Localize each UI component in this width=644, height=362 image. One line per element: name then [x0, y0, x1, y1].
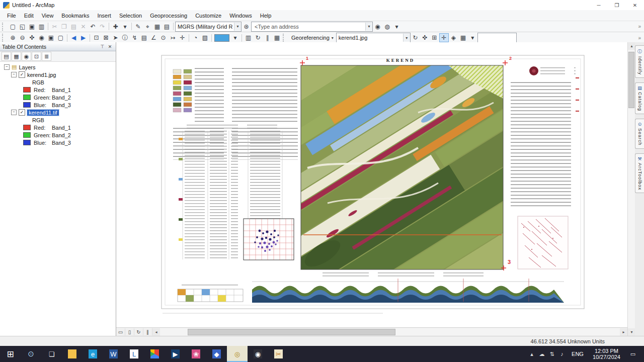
- attribute-table-icon[interactable]: ▦: [152, 22, 162, 31]
- pan-icon[interactable]: ✜: [27, 33, 37, 42]
- toc-close-icon[interactable]: ✕: [106, 44, 114, 49]
- pause-drawing-icon[interactable]: ∥: [263, 33, 272, 42]
- media-player-icon[interactable]: ▶: [165, 346, 186, 362]
- band-name[interactable]: Band_3: [52, 102, 71, 108]
- fixed-zoom-out-icon[interactable]: ▢: [56, 33, 65, 42]
- taskbar-search-icon[interactable]: ⊙: [21, 346, 41, 362]
- file-explorer-icon[interactable]: [62, 346, 83, 362]
- edge-icon[interactable]: e: [83, 346, 103, 362]
- restore-button[interactable]: ❐: [608, 0, 626, 10]
- georef-layer-dropdown-icon[interactable]: ▾: [403, 34, 410, 42]
- address-input[interactable]: [254, 23, 364, 30]
- back-extent-icon[interactable]: ◀: [69, 33, 78, 42]
- language-indicator[interactable]: ENG: [567, 351, 588, 357]
- find-route-icon[interactable]: ↣: [168, 33, 178, 42]
- georef-text-box[interactable]: [477, 33, 517, 43]
- taskbar-clock[interactable]: 12:03 PM 10/27/2024: [588, 348, 625, 360]
- undo-icon[interactable]: ↶: [88, 22, 98, 31]
- locate-address-icon[interactable]: ◉: [373, 22, 382, 31]
- menu-help[interactable]: Help: [256, 12, 276, 20]
- chrome-icon[interactable]: [144, 346, 165, 362]
- toc-pin-icon[interactable]: ⊤: [99, 44, 106, 49]
- address-dropdown-icon[interactable]: ▾: [365, 23, 372, 31]
- tab-arctoolbox[interactable]: ⚒ ArcToolbox: [635, 153, 644, 194]
- layout-toolbar-icon[interactable]: ▥: [244, 33, 253, 42]
- toolbar-overflow-icon[interactable]: »: [636, 24, 643, 29]
- menu-view[interactable]: View: [38, 12, 58, 20]
- shift-icon[interactable]: ✜: [420, 33, 430, 42]
- address-combo[interactable]: ▾: [251, 22, 373, 32]
- data-view-button[interactable]: ▭: [116, 328, 125, 335]
- measure-icon[interactable]: ∠: [149, 33, 158, 42]
- hscroll-left-icon[interactable]: ◂: [152, 328, 160, 336]
- layer-checkbox[interactable]: ✓: [19, 109, 25, 116]
- list-by-drawing-order-icon[interactable]: ▤: [2, 52, 11, 61]
- full-extent-icon[interactable]: ◉: [37, 33, 46, 42]
- paste-icon[interactable]: ▤: [69, 22, 78, 31]
- create-features-icon[interactable]: ▧: [200, 33, 210, 42]
- clear-selection-icon[interactable]: ⊠: [101, 33, 111, 42]
- mgrs-combo[interactable]: MGRS (Military Grid Refer ▾: [175, 22, 242, 32]
- menu-selection[interactable]: Selection: [115, 12, 146, 20]
- task-view-icon[interactable]: ❏: [41, 346, 62, 362]
- toc-options-icon[interactable]: ≣: [42, 52, 51, 61]
- snipping-tool-icon[interactable]: ✂: [268, 346, 289, 362]
- catalog-window-icon[interactable]: ▤: [162, 22, 172, 31]
- toolbar-grip[interactable]: [2, 34, 6, 42]
- line-icon[interactable]: L: [124, 346, 144, 362]
- view-link-table-icon[interactable]: ▦: [458, 33, 468, 42]
- layer-checkbox[interactable]: ✓: [19, 71, 25, 78]
- vertical-scrollbar[interactable]: ▴ ▾: [627, 42, 635, 336]
- mgrs-dropdown-icon[interactable]: ▾: [234, 23, 241, 31]
- hyperlink-icon[interactable]: ↯: [130, 33, 139, 42]
- zoom-out-icon[interactable]: ⊖: [18, 33, 27, 42]
- close-button[interactable]: ✕: [626, 0, 644, 10]
- list-by-source-icon[interactable]: ▦: [12, 52, 21, 61]
- word-icon[interactable]: W: [103, 346, 124, 362]
- tab-search[interactable]: ⊙ Search: [635, 119, 644, 149]
- georeferencing-menu-button[interactable]: Georeferencing ▾: [289, 35, 336, 41]
- add-data-icon[interactable]: ✚: [111, 22, 120, 31]
- redo-icon[interactable]: ↷: [98, 22, 107, 31]
- add-data-dropdown-icon[interactable]: ▾: [120, 22, 130, 31]
- identify-icon[interactable]: ⓘ: [120, 33, 130, 42]
- html-popup-icon[interactable]: ▤: [139, 33, 149, 42]
- editor-icon[interactable]: ✎: [133, 22, 143, 31]
- minimize-button[interactable]: ─: [590, 0, 608, 10]
- volume-icon[interactable]: ♪: [557, 351, 567, 357]
- menu-edit[interactable]: Edit: [20, 12, 38, 20]
- arcmap-taskbar-icon[interactable]: ◎: [227, 346, 248, 362]
- refresh-view-icon[interactable]: ↻: [253, 33, 263, 42]
- find-icon[interactable]: ⊙: [158, 33, 168, 42]
- band-name[interactable]: Band_1: [52, 125, 71, 131]
- time-slider-icon[interactable]: ◔: [191, 33, 200, 42]
- menu-windows[interactable]: Windows: [225, 12, 256, 20]
- georef-dropdown-icon[interactable]: ▾: [468, 33, 477, 42]
- store-icon[interactable]: ◆: [206, 346, 227, 362]
- list-by-visibility-icon[interactable]: ◉: [22, 52, 31, 61]
- toolbar-grip[interactable]: [2, 23, 6, 31]
- geocode-icon[interactable]: ⊛: [242, 22, 251, 31]
- band-name[interactable]: Band_2: [52, 132, 71, 138]
- action-center-icon[interactable]: ▭: [625, 351, 641, 357]
- refresh-button[interactable]: ↻: [134, 328, 143, 335]
- expander-icon[interactable]: −: [11, 72, 17, 77]
- symbol-color-swatch[interactable]: [214, 34, 229, 42]
- swatch-dropdown-icon[interactable]: ▾: [230, 33, 240, 42]
- forward-extent-icon[interactable]: ▶: [78, 33, 88, 42]
- select-elements-icon[interactable]: ➤: [111, 33, 120, 42]
- georef-layer-combo[interactable]: kerend1.jpg ▾: [336, 33, 411, 43]
- map-document[interactable]: KEREND: [116, 42, 627, 327]
- delete-icon[interactable]: ✕: [78, 22, 88, 31]
- layer-name-selected[interactable]: kerend11.tif: [27, 110, 59, 116]
- band-name[interactable]: Band_2: [52, 95, 71, 101]
- hscroll-thumb[interactable]: [188, 329, 395, 335]
- save-icon[interactable]: ▣: [27, 22, 37, 31]
- start-button[interactable]: ⊞: [0, 346, 21, 362]
- obs-icon[interactable]: ◉: [248, 346, 268, 362]
- map-canvas[interactable]: KEREND: [116, 42, 627, 327]
- auto-registration-icon[interactable]: ◈: [449, 33, 458, 42]
- copy-icon[interactable]: ❐: [59, 22, 69, 31]
- layer-name[interactable]: kerend1.jpg: [27, 72, 56, 78]
- layout-view-button[interactable]: ▯: [125, 328, 134, 335]
